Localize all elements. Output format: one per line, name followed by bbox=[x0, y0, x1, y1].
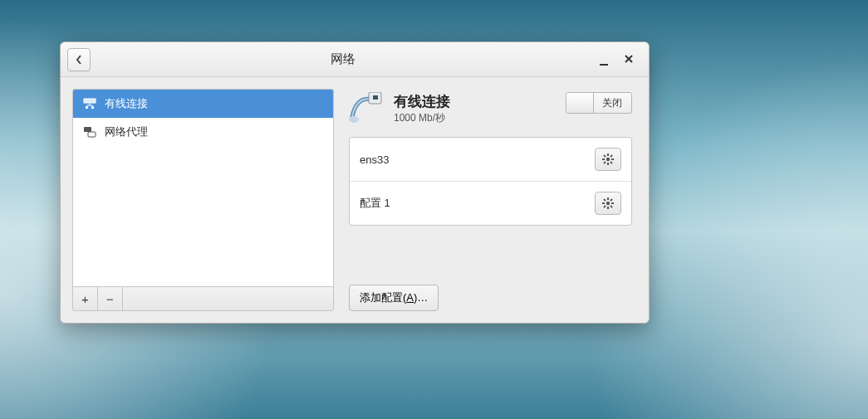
detail-footer: 添加配置(A)… bbox=[349, 285, 632, 311]
detail-header: 有线连接 1000 Mb/秒 关闭 bbox=[349, 92, 632, 125]
add-profile-label-post: )… bbox=[414, 291, 428, 304]
connection-row[interactable]: 配置 1 bbox=[350, 181, 631, 225]
page-title: 网络 bbox=[91, 51, 596, 67]
plus-icon: + bbox=[81, 292, 89, 306]
svg-rect-3 bbox=[84, 99, 96, 103]
svg-rect-9 bbox=[88, 132, 96, 137]
content: 有线连接 网络代理 + − bbox=[61, 77, 649, 323]
titlebar: 网络 bbox=[61, 42, 649, 77]
add-profile-label-pre: 添加配置( bbox=[360, 291, 406, 304]
detail-title: 有线连接 bbox=[394, 92, 557, 111]
close-button[interactable] bbox=[624, 54, 634, 66]
sidebar: 有线连接 网络代理 + − bbox=[72, 89, 334, 311]
wired-large-icon bbox=[349, 92, 385, 125]
wired-icon bbox=[83, 97, 96, 110]
detail-panel: 有线连接 1000 Mb/秒 关闭 ens33 bbox=[347, 89, 637, 311]
sidebar-item-proxy[interactable]: 网络代理 bbox=[73, 118, 333, 146]
add-profile-accel: A bbox=[406, 291, 414, 304]
sidebar-item-label: 网络代理 bbox=[105, 124, 148, 139]
minimize-icon bbox=[599, 56, 609, 66]
connection-row[interactable]: ens33 bbox=[350, 138, 631, 181]
connection-settings-button[interactable] bbox=[595, 192, 621, 215]
connection-settings-button[interactable] bbox=[595, 148, 621, 171]
svg-point-13 bbox=[606, 158, 610, 161]
minimize-button[interactable] bbox=[599, 56, 609, 68]
switch-knob bbox=[566, 93, 594, 113]
minus-icon: − bbox=[106, 292, 114, 306]
svg-line-30 bbox=[604, 206, 606, 207]
sidebar-list: 有线连接 网络代理 bbox=[72, 89, 334, 286]
svg-point-22 bbox=[606, 202, 610, 205]
detail-subtitle: 1000 Mb/秒 bbox=[394, 111, 557, 125]
svg-rect-5 bbox=[91, 106, 94, 109]
svg-line-29 bbox=[611, 199, 612, 201]
network-settings-window: 网络 bbox=[60, 41, 650, 324]
svg-line-19 bbox=[611, 162, 612, 163]
switch-label: 关闭 bbox=[594, 93, 631, 113]
svg-line-28 bbox=[611, 206, 612, 207]
sidebar-item-label: 有线连接 bbox=[105, 96, 148, 111]
svg-line-21 bbox=[604, 162, 606, 163]
close-icon bbox=[624, 54, 634, 64]
svg-rect-8 bbox=[84, 127, 91, 132]
svg-line-27 bbox=[604, 199, 606, 201]
add-connection-button[interactable]: + bbox=[73, 287, 98, 310]
sidebar-item-wired[interactable]: 有线连接 bbox=[73, 90, 333, 118]
svg-point-12 bbox=[349, 116, 359, 123]
window-controls bbox=[596, 54, 642, 66]
remove-connection-button[interactable]: − bbox=[98, 287, 123, 310]
sidebar-toolbar: + − bbox=[72, 286, 334, 311]
svg-rect-4 bbox=[86, 106, 88, 109]
back-button[interactable] bbox=[67, 48, 91, 71]
connection-switch[interactable]: 关闭 bbox=[566, 92, 632, 114]
add-profile-button[interactable]: 添加配置(A)… bbox=[349, 285, 439, 311]
connection-name: ens33 bbox=[360, 153, 389, 166]
gear-icon bbox=[601, 197, 615, 210]
gear-icon bbox=[601, 153, 615, 166]
chevron-left-icon bbox=[75, 54, 83, 66]
svg-rect-11 bbox=[373, 95, 378, 100]
proxy-icon bbox=[83, 125, 96, 139]
svg-line-18 bbox=[604, 155, 606, 157]
connection-list: ens33 配置 1 bbox=[349, 137, 632, 226]
svg-line-20 bbox=[611, 155, 612, 157]
connection-name: 配置 1 bbox=[360, 196, 390, 211]
